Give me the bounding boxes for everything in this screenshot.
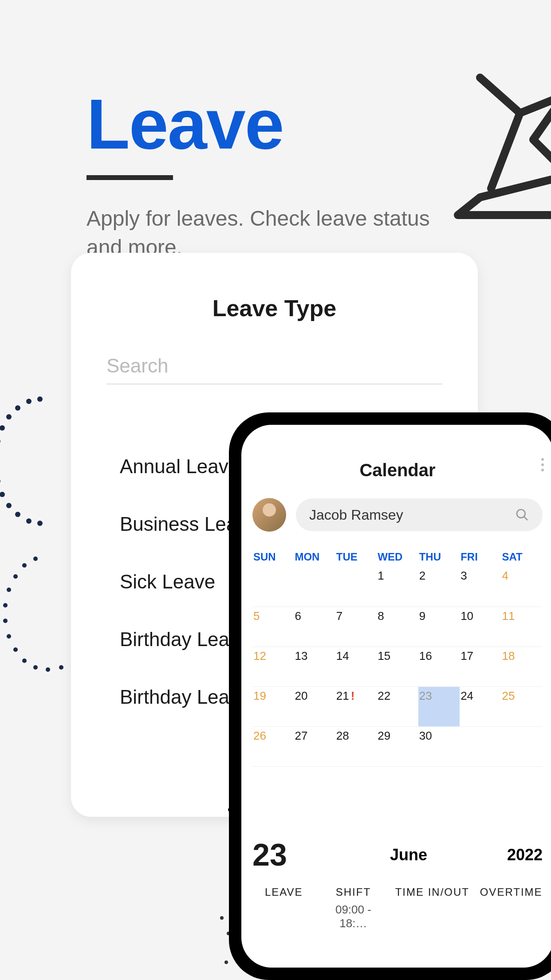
svg-point-26	[59, 665, 63, 670]
phone-title: Calendar	[252, 460, 543, 480]
profile-search[interactable]: Jacob Ramsey	[296, 498, 543, 531]
calendar-day[interactable]: 9	[418, 607, 460, 647]
month-label: June	[310, 846, 507, 864]
calendar-day[interactable]: 12	[252, 647, 294, 686]
calendar-day[interactable]: 26	[252, 726, 294, 766]
calendar-day[interactable]: 14	[335, 647, 377, 686]
calendar-day[interactable]: 24	[460, 686, 501, 726]
svg-point-36	[517, 510, 525, 518]
calendar-day[interactable]: 27	[294, 726, 335, 766]
svg-point-22	[13, 647, 18, 652]
page-title: Leave	[87, 89, 433, 160]
svg-point-2	[26, 399, 31, 404]
year-label: 2022	[507, 846, 543, 864]
svg-point-25	[46, 667, 50, 672]
calendar-day[interactable]: 21!	[335, 686, 377, 726]
calendar-day[interactable]: 1	[377, 567, 418, 607]
svg-point-13	[26, 518, 31, 524]
svg-point-24	[33, 665, 38, 670]
calendar-day[interactable]: 25	[501, 686, 543, 726]
weekday-header: TUE	[335, 547, 377, 567]
weekday-header: MON	[294, 547, 335, 567]
calendar-day[interactable]: 6	[294, 607, 335, 647]
svg-point-20	[3, 619, 8, 623]
calendar-day[interactable]: 2	[418, 567, 460, 607]
title-underline	[87, 175, 173, 180]
shift-value: 09:00 - 18:…	[322, 903, 385, 930]
calendar-day[interactable]: 10	[460, 607, 501, 647]
calendar-day[interactable]: 17	[460, 647, 501, 686]
calendar-day[interactable]: 3	[460, 567, 501, 607]
weekday-header: SUN	[252, 547, 294, 567]
svg-point-15	[33, 557, 38, 561]
calendar-day[interactable]: 18	[501, 647, 543, 686]
selected-day: 23	[252, 837, 310, 873]
svg-point-6	[0, 439, 0, 444]
calendar: SUN MON TUE WED THU FRI SAT 1 2 3 4 5 6 …	[252, 547, 543, 806]
svg-point-10	[0, 492, 5, 497]
calendar-day[interactable]: 8	[377, 607, 418, 647]
umbrella-icon	[453, 73, 551, 220]
svg-point-28	[220, 916, 224, 920]
svg-point-9	[0, 478, 0, 484]
search-input[interactable]	[106, 348, 442, 384]
svg-point-34	[224, 960, 228, 964]
svg-point-1	[37, 396, 43, 402]
weekday-header: WED	[377, 547, 418, 567]
calendar-day[interactable]: 28	[335, 726, 377, 766]
avatar[interactable]	[252, 498, 286, 532]
tab-shift[interactable]: SHIFT 09:00 - 18:…	[322, 886, 385, 930]
leave-card-title: Leave Type	[106, 295, 442, 321]
calendar-day[interactable]: 4	[501, 567, 543, 607]
calendar-day[interactable]: 30	[418, 726, 460, 766]
tab-overtime[interactable]: OVERTIME	[480, 886, 543, 930]
svg-point-14	[37, 521, 43, 526]
svg-point-12	[15, 512, 20, 517]
svg-point-17	[13, 574, 18, 579]
tab-time-in-out[interactable]: TIME IN/OUT	[391, 886, 473, 930]
menu-icon[interactable]	[541, 458, 544, 471]
calendar-day[interactable]: 13	[294, 647, 335, 686]
calendar-day[interactable]: 5	[252, 607, 294, 647]
calendar-day[interactable]: 22	[377, 686, 418, 726]
svg-point-3	[15, 405, 20, 411]
weekday-header: SAT	[501, 547, 543, 567]
calendar-day[interactable]: 19	[252, 686, 294, 726]
calendar-day-selected[interactable]: 23	[418, 686, 460, 726]
calendar-day[interactable]: 29	[377, 726, 418, 766]
calendar-day[interactable]: 15	[377, 647, 418, 686]
phone-mockup: Calendar Jacob Ramsey SUN MON TUE WED TH…	[229, 412, 551, 980]
weekday-header: THU	[418, 547, 460, 567]
calendar-day[interactable]: 20	[294, 686, 335, 726]
svg-point-23	[22, 659, 27, 663]
svg-line-0	[491, 113, 520, 188]
profile-name: Jacob Ramsey	[309, 507, 403, 523]
calendar-day[interactable]: 11	[501, 607, 543, 647]
svg-point-19	[3, 603, 8, 608]
calendar-day[interactable]: 16	[418, 647, 460, 686]
weekday-header: FRI	[460, 547, 501, 567]
svg-point-5	[0, 425, 5, 431]
svg-point-11	[6, 503, 12, 508]
search-icon	[515, 508, 529, 522]
svg-point-4	[6, 414, 12, 419]
svg-point-21	[7, 634, 11, 639]
svg-point-16	[22, 563, 27, 568]
tab-leave[interactable]: LEAVE	[252, 886, 315, 930]
calendar-day[interactable]: 7	[335, 607, 377, 647]
svg-line-37	[524, 517, 527, 520]
svg-point-18	[7, 588, 11, 592]
